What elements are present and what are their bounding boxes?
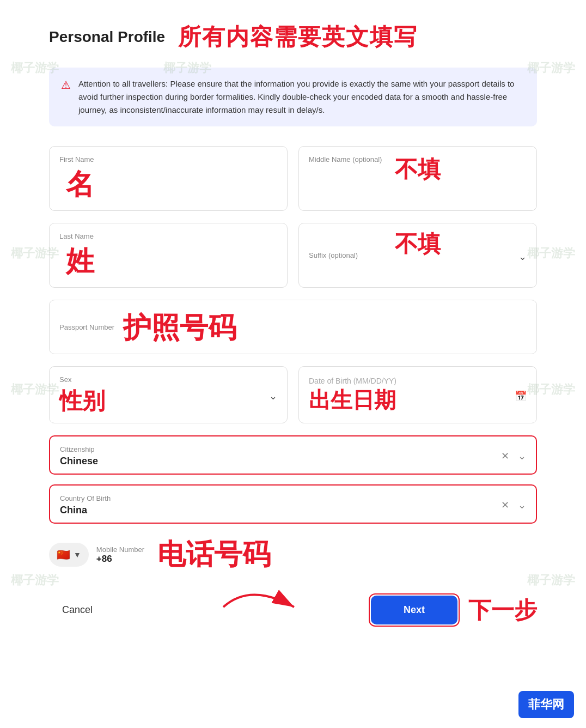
- alert-icon: ⚠: [61, 78, 71, 92]
- dob-field[interactable]: Date of Birth (MM/DD/YY) 出生日期 📅: [298, 366, 537, 423]
- alert-box: ⚠ Attention to all travellers: Please en…: [49, 68, 537, 126]
- middle-name-field[interactable]: Middle Name (optional) 不填: [298, 146, 537, 211]
- suffix-annotation: 不填: [395, 229, 441, 259]
- sex-dropdown-icon[interactable]: ⌄: [269, 390, 277, 402]
- sex-field[interactable]: Sex 性别 ⌄: [49, 366, 288, 423]
- suffix-dropdown-icon[interactable]: ⌄: [518, 251, 527, 263]
- first-name-field[interactable]: First Name 名: [49, 146, 288, 211]
- sex-annotation: 性别: [59, 386, 105, 416]
- country-value: China: [60, 505, 87, 515]
- phone-label: Mobile Number: [96, 545, 144, 554]
- country-clear-icon[interactable]: ✕: [501, 499, 509, 511]
- phone-flag-dropdown-icon: ▼: [74, 550, 81, 559]
- last-name-field[interactable]: Last Name 姓: [49, 223, 288, 288]
- citizenship-dropdown-icon[interactable]: ⌄: [518, 450, 526, 462]
- last-name-annotation: 姓: [66, 242, 94, 281]
- last-name-label: Last Name: [59, 232, 277, 240]
- phhw-badge: 菲华网: [518, 691, 574, 718]
- citizenship-label: Citizenship: [60, 445, 98, 453]
- flag-emoji: 🇨🇳: [57, 548, 70, 561]
- phone-flag-button[interactable]: 🇨🇳 ▼: [49, 543, 89, 567]
- passport-label: Passport Number: [59, 323, 114, 331]
- phone-annotation: 电话号码: [157, 536, 271, 574]
- phone-info: Mobile Number +86: [96, 545, 144, 565]
- country-label: Country Of Birth: [60, 494, 111, 502]
- phone-code: +86: [96, 554, 144, 565]
- country-of-birth-field[interactable]: Country Of Birth China ✕ ⌄: [49, 484, 537, 524]
- alert-text: Attention to all travellers: Please ensu…: [78, 77, 525, 117]
- first-name-label: First Name: [59, 155, 277, 163]
- middle-name-annotation: 不填: [395, 154, 441, 185]
- first-name-annotation: 名: [66, 166, 94, 204]
- cancel-button[interactable]: Cancel: [49, 597, 106, 623]
- citizenship-clear-icon[interactable]: ✕: [501, 450, 509, 462]
- suffix-field[interactable]: Suffix (optional) 不填 ⌄: [298, 223, 537, 288]
- page-title: Personal Profile: [49, 28, 165, 46]
- next-button[interactable]: Next: [371, 596, 457, 624]
- page-header: Personal Profile 所有内容需要英文填写: [49, 22, 537, 52]
- next-annotation: 下一步: [468, 595, 537, 626]
- passport-annotation: 护照号码: [123, 309, 236, 347]
- sex-label: Sex: [59, 375, 105, 384]
- next-btn-container: Next 下一步: [369, 593, 537, 627]
- next-btn-highlight: Next: [369, 593, 460, 627]
- citizenship-value: Chinese: [60, 456, 98, 466]
- calendar-icon[interactable]: 📅: [515, 390, 527, 402]
- citizenship-field[interactable]: Citizenship Chinese ✕ ⌄: [49, 435, 537, 475]
- dob-label-placeholder: Date of Birth (MM/DD/YY): [309, 377, 396, 385]
- passport-number-field[interactable]: Passport Number 护照号码: [49, 300, 537, 354]
- dob-annotation: 出生日期: [309, 385, 396, 415]
- chinese-title-annotation: 所有内容需要英文填写: [178, 22, 418, 52]
- phone-row: 🇨🇳 ▼ Mobile Number +86 电话号码: [49, 536, 537, 574]
- arrow-annotation: [218, 577, 305, 615]
- country-dropdown-icon[interactable]: ⌄: [518, 499, 526, 511]
